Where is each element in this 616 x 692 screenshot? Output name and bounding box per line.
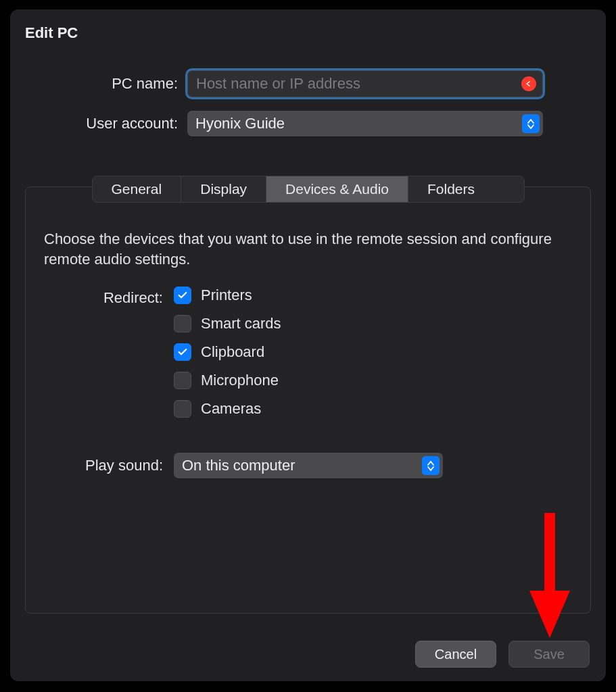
play-sound-select[interactable]: On this computer: [174, 453, 443, 478]
redirect-cameras-checkbox[interactable]: [174, 400, 191, 418]
redirect-cameras-row: Cameras: [174, 400, 281, 418]
dialog-title: Edit PC: [25, 24, 78, 42]
play-sound-label: Play sound:: [44, 457, 163, 474]
play-sound-row: Play sound: On this computer: [44, 453, 443, 478]
redirect-clipboard-row: Clipboard: [174, 343, 281, 361]
user-account-select[interactable]: Hyonix Guide: [187, 111, 543, 137]
redirect-clipboard-label: Clipboard: [201, 343, 264, 361]
redirect-clipboard-checkbox[interactable]: [174, 343, 191, 361]
redirect-label: Redirect:: [44, 287, 163, 418]
pc-name-input-wrap: [187, 70, 543, 97]
tab-folders[interactable]: Folders: [408, 176, 494, 202]
user-account-row: User account: Hyonix Guide: [25, 111, 543, 137]
chevron-up-down-icon: [422, 456, 440, 475]
save-button[interactable]: Save: [508, 641, 590, 668]
redirect-smartcards-label: Smart cards: [201, 315, 281, 332]
error-icon: [521, 76, 536, 91]
tab-display[interactable]: Display: [181, 176, 266, 202]
tab-bar: General Display Devices & Audio Folders: [92, 176, 525, 203]
pc-name-row: PC name:: [25, 70, 543, 97]
edit-pc-dialog: Edit PC PC name: User account: Hyonix Gu…: [10, 9, 606, 681]
tab-general[interactable]: General: [93, 176, 182, 202]
redirect-printers-label: Printers: [201, 287, 252, 304]
redirect-microphone-checkbox[interactable]: [174, 372, 191, 389]
redirect-section: Redirect: Printers Smart cards Clipboard: [44, 287, 281, 418]
redirect-microphone-row: Microphone: [174, 372, 281, 389]
user-account-value: Hyonix Guide: [187, 115, 518, 132]
tab-description: Choose the devices that you want to use …: [44, 229, 578, 269]
pc-name-label: PC name:: [25, 75, 187, 93]
redirect-smartcards-row: Smart cards: [174, 315, 281, 332]
user-account-label: User account:: [25, 115, 187, 132]
redirect-options: Printers Smart cards Clipboard Microphon…: [174, 287, 281, 418]
redirect-cameras-label: Cameras: [201, 400, 261, 418]
redirect-printers-row: Printers: [174, 287, 281, 304]
play-sound-value: On this computer: [174, 457, 418, 474]
redirect-printers-checkbox[interactable]: [174, 287, 191, 304]
redirect-smartcards-checkbox[interactable]: [174, 315, 191, 332]
pc-name-input[interactable]: [187, 70, 543, 97]
chevron-up-down-icon: [522, 114, 540, 133]
redirect-microphone-label: Microphone: [201, 372, 279, 389]
tab-devices-audio[interactable]: Devices & Audio: [266, 176, 408, 202]
dialog-button-row: Cancel Save: [415, 641, 590, 668]
cancel-button[interactable]: Cancel: [415, 641, 496, 668]
